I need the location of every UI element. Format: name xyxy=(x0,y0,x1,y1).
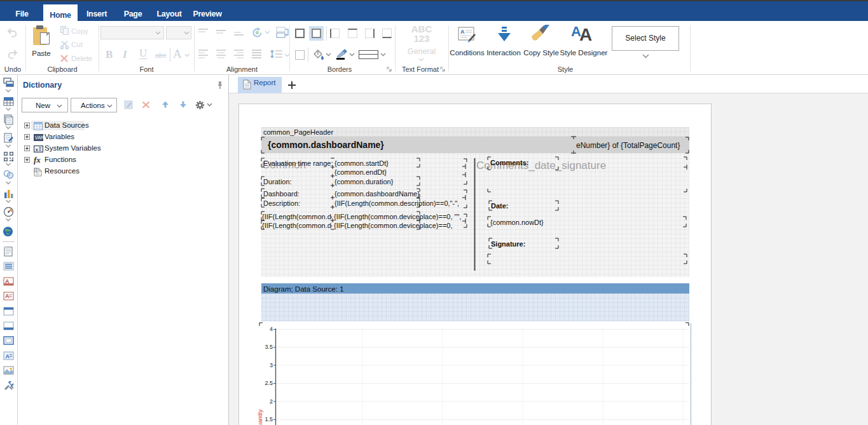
svg-text:Quantity: Quantity xyxy=(257,409,263,425)
